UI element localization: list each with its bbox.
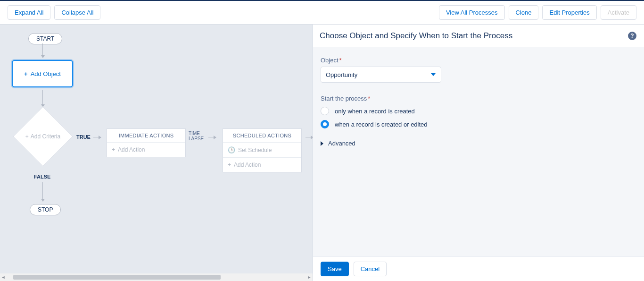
panel-title: Choose Object and Specify When to Start … (320, 31, 512, 41)
arrow-start-to-object (42, 43, 43, 58)
start-process-label: Start the process* (321, 95, 636, 102)
add-object-label: Add Object (31, 70, 61, 77)
process-canvas: START + Add Object + Add Criteria TRUE I… (0, 25, 313, 281)
save-button[interactable]: Save (321, 262, 349, 276)
plus-icon: + (228, 162, 231, 168)
object-field-label: Object* (321, 57, 636, 64)
toolbar: Expand All Collapse All View All Process… (0, 1, 644, 25)
help-icon[interactable]: ? (628, 32, 636, 40)
radio-label: only when a record is created (335, 108, 415, 115)
radio-only-created[interactable]: only when a record is created (321, 107, 636, 115)
scroll-thumb[interactable] (13, 275, 221, 280)
arrow-scheduled-out (305, 137, 313, 137)
add-action-label: Add Action (234, 162, 261, 168)
activate-button: Activate (601, 5, 636, 20)
horizontal-scrollbar[interactable]: ◄ ► (0, 273, 313, 281)
false-branch-label: FALSE (34, 174, 50, 179)
panel-header: Choose Object and Specify When to Start … (313, 25, 644, 47)
start-node: START (28, 33, 62, 44)
radio-created-or-edited[interactable]: when a record is created or edited (321, 120, 636, 128)
chevron-right-icon (321, 141, 323, 146)
radio-checked-icon (321, 120, 329, 128)
criteria-node[interactable]: + Add Criteria (14, 107, 72, 166)
radio-label: when a record is created or edited (335, 121, 428, 128)
arrow-true (93, 137, 101, 137)
scheduled-actions-group: SCHEDULED ACTIONS 🕒 Set Schedule + Add A… (223, 128, 302, 172)
detail-panel: Choose Object and Specify When to Start … (313, 25, 644, 281)
view-all-processes-button[interactable]: View All Processes (439, 5, 505, 20)
true-branch-label: TRUE (76, 134, 91, 140)
panel-body: Object* Opportunity Start the process* o… (313, 47, 644, 256)
stop-node: STOP (30, 204, 61, 215)
chevron-down-icon (425, 67, 441, 82)
add-object-node[interactable]: + Add Object (12, 60, 73, 87)
immediate-actions-header: IMMEDIATE ACTIONS (107, 129, 185, 142)
immediate-actions-group: IMMEDIATE ACTIONS + Add Action (107, 128, 186, 157)
radio-icon (321, 107, 329, 115)
arrow-criteria-to-stop (42, 182, 43, 201)
add-immediate-action[interactable]: + Add Action (107, 142, 185, 157)
plus-icon: + (25, 133, 29, 140)
main: START + Add Object + Add Criteria TRUE I… (0, 25, 644, 281)
add-criteria-label: Add Criteria (31, 133, 60, 140)
object-select[interactable]: Opportunity (321, 67, 441, 83)
arrow-timelapse (208, 137, 216, 137)
arrow-object-to-criteria (42, 90, 43, 107)
scroll-left-icon[interactable]: ◄ (0, 274, 7, 281)
advanced-toggle[interactable]: Advanced (321, 140, 636, 147)
set-schedule-label: Set Schedule (238, 147, 272, 153)
cancel-button[interactable]: Cancel (354, 262, 387, 276)
add-scheduled-action[interactable]: + Add Action (223, 157, 301, 172)
scroll-right-icon[interactable]: ► (306, 274, 313, 281)
scheduled-actions-header: SCHEDULED ACTIONS (223, 129, 301, 142)
time-lapse-label: TIMELAPSE (189, 131, 204, 141)
plus-icon: + (112, 146, 115, 153)
set-schedule[interactable]: 🕒 Set Schedule (223, 142, 301, 157)
clock-icon: 🕒 (228, 146, 235, 153)
object-select-value: Opportunity (321, 67, 425, 82)
clone-button[interactable]: Clone (509, 5, 539, 20)
plus-icon: + (24, 70, 28, 77)
collapse-all-button[interactable]: Collapse All (54, 5, 100, 20)
expand-all-button[interactable]: Expand All (8, 5, 50, 20)
advanced-label: Advanced (328, 140, 355, 147)
edit-properties-button[interactable]: Edit Properties (542, 5, 596, 20)
panel-footer: Save Cancel (313, 256, 644, 281)
add-action-label: Add Action (118, 146, 145, 153)
